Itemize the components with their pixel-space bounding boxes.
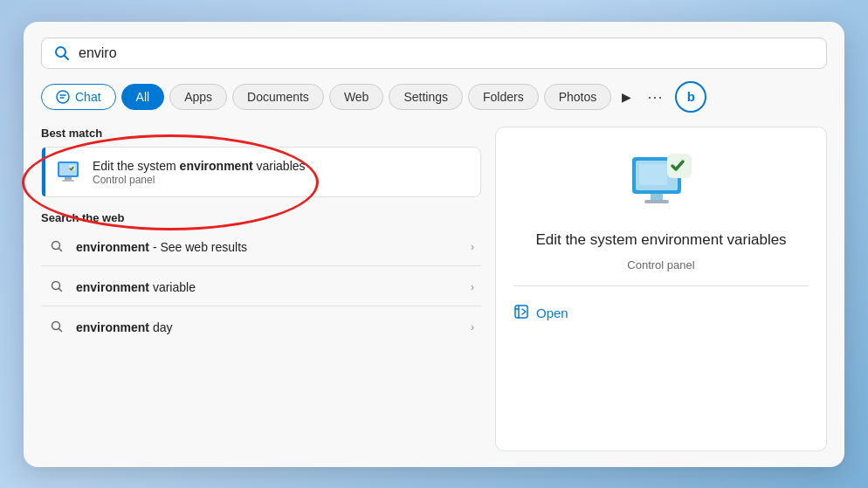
tab-folders[interactable]: Folders <box>468 84 539 110</box>
svg-line-11 <box>59 288 61 291</box>
search-icon <box>54 45 70 61</box>
detail-panel: Edit the system environment variables Co… <box>495 127 827 451</box>
web-search-label: Search the web <box>41 211 481 224</box>
more-tabs-button[interactable]: ⋯ <box>642 84 668 110</box>
left-panel: Best match <box>41 127 481 451</box>
divider-2 <box>41 306 481 306</box>
web-result-text-3: environment day <box>76 320 460 334</box>
web-result-1[interactable]: environment - See web results › <box>41 231 481 264</box>
search-glyph-1 <box>48 240 65 255</box>
chevron-right-icon-3: › <box>471 321 474 333</box>
svg-rect-6 <box>62 180 74 182</box>
detail-subtitle: Control panel <box>627 258 694 271</box>
search-input[interactable] <box>79 45 814 61</box>
open-icon <box>513 304 529 323</box>
divider-1 <box>41 265 481 266</box>
svg-rect-19 <box>644 200 669 203</box>
search-glyph-3 <box>48 320 65 335</box>
main-content: Best match <box>41 127 827 451</box>
open-button[interactable]: Open <box>513 300 568 326</box>
tab-photos[interactable]: Photos <box>544 84 612 110</box>
best-match-item[interactable]: Edit the system environment variables Co… <box>41 147 481 197</box>
web-result-2[interactable]: environment variable › <box>41 271 481 304</box>
svg-rect-5 <box>65 177 72 180</box>
more-tabs-play[interactable]: ▶ <box>617 86 637 107</box>
search-panel: Chat All Apps Documents Web Settings Fol… <box>24 22 844 467</box>
detail-title: Edit the system environment variables <box>535 230 786 250</box>
best-match-label: Best match <box>41 127 481 140</box>
web-result-text-2: environment variable <box>76 280 460 294</box>
svg-line-13 <box>59 328 61 331</box>
detail-app-icon <box>625 154 697 213</box>
tab-documents[interactable]: Documents <box>232 84 324 110</box>
search-glyph-2 <box>48 280 65 295</box>
control-panel-icon <box>54 158 82 186</box>
tab-chat[interactable]: Chat <box>41 84 116 110</box>
filter-tabs: Chat All Apps Documents Web Settings Fol… <box>41 81 827 113</box>
tab-web[interactable]: Web <box>329 84 384 110</box>
detail-icon-wrap <box>625 154 697 217</box>
svg-line-1 <box>65 55 69 59</box>
chevron-right-icon-2: › <box>471 281 474 293</box>
bing-button[interactable]: b <box>675 81 706 113</box>
tab-settings[interactable]: Settings <box>389 84 463 110</box>
search-bar <box>41 38 827 69</box>
web-result-3[interactable]: environment day › <box>41 312 481 344</box>
best-match-text: Edit the system environment variables Co… <box>93 158 306 186</box>
chevron-right-icon-1: › <box>471 241 474 253</box>
tab-apps[interactable]: Apps <box>169 84 227 110</box>
web-result-text-1: environment - See web results <box>76 240 460 254</box>
web-results-list: environment - See web results › environm… <box>41 231 481 344</box>
svg-rect-17 <box>639 164 667 185</box>
svg-point-2 <box>57 91 69 103</box>
svg-rect-18 <box>651 194 663 200</box>
svg-line-9 <box>59 248 61 251</box>
best-match-subtitle: Control panel <box>93 174 306 186</box>
tab-all[interactable]: All <box>121 84 165 110</box>
best-match-title: Edit the system environment variables <box>93 158 306 174</box>
detail-divider <box>513 285 809 286</box>
